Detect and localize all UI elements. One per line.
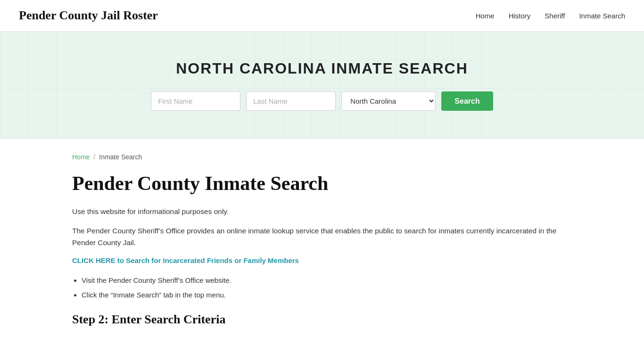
site-header: Pender County Jail Roster Home History S…	[0, 0, 644, 32]
hero-title: NORTH CAROLINA INMATE SEARCH	[9, 60, 635, 77]
step2-heading: Step 2: Enter Search Criteria	[72, 313, 572, 327]
last-name-input[interactable]	[246, 91, 336, 111]
nav-home[interactable]: Home	[476, 12, 495, 20]
breadcrumb-current: Inmate Search	[99, 153, 142, 161]
breadcrumb: Home / Inmate Search	[72, 153, 572, 161]
click-here-link[interactable]: CLICK HERE to Search for Incarcerated Fr…	[72, 256, 572, 264]
list-item: Visit the Pender County Sheriff’s Office…	[82, 274, 572, 287]
main-nav: Home History Sheriff Inmate Search	[476, 12, 625, 20]
main-content: Home / Inmate Search Pender County Inmat…	[53, 139, 591, 358]
hero-section: NORTH CAROLINA INMATE SEARCH AlabamaAlas…	[0, 32, 644, 139]
search-button[interactable]: Search	[441, 91, 493, 111]
bullet-list: Visit the Pender County Sheriff’s Office…	[72, 274, 572, 301]
search-form: AlabamaAlaskaArizonaArkansasCaliforniaCo…	[9, 91, 635, 111]
nav-inmate-search[interactable]: Inmate Search	[579, 12, 625, 20]
breadcrumb-home-link[interactable]: Home	[72, 153, 90, 161]
list-item: Click the “Inmate Search” tab in the top…	[82, 288, 572, 301]
site-title: Pender County Jail Roster	[19, 8, 158, 23]
breadcrumb-separator: /	[93, 153, 95, 161]
paragraph-2: The Pender County Sheriff’s Office provi…	[72, 225, 572, 249]
state-select[interactable]: AlabamaAlaskaArizonaArkansasCaliforniaCo…	[341, 91, 436, 111]
page-heading: Pender County Inmate Search	[72, 172, 572, 195]
nav-sheriff[interactable]: Sheriff	[545, 12, 565, 20]
nav-history[interactable]: History	[509, 12, 531, 20]
paragraph-1: Use this website for informational purpo…	[72, 206, 572, 218]
first-name-input[interactable]	[151, 91, 240, 111]
